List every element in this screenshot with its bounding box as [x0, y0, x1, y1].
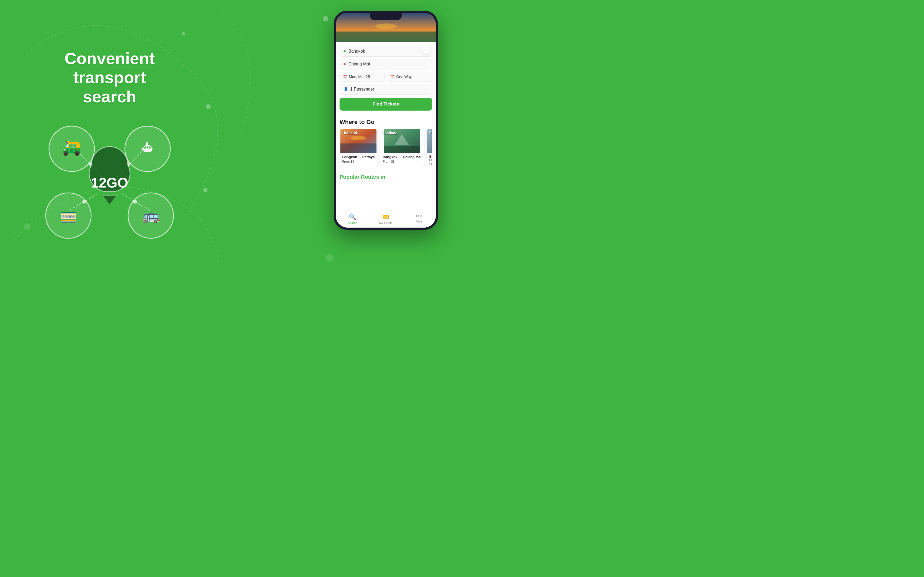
passenger-icon: 👤: [344, 87, 348, 91]
destination-cards-row: Thailand Bangkok → Pattaya From $5: [339, 129, 432, 168]
card-image-1: Thailand: [339, 129, 377, 153]
tickets-nav-icon: 🎫: [382, 213, 389, 221]
trip-type-value: One Way: [396, 74, 412, 79]
svg-marker-16: [103, 195, 116, 205]
where-to-go-section: Where to Go: [336, 114, 436, 170]
svg-text:🛺: 🛺: [62, 139, 81, 156]
card-route-3: Ban → Ph...: [430, 155, 432, 161]
passengers-value: 1 Passenger: [350, 87, 374, 92]
date-value: Mon, Mar 25: [349, 74, 370, 79]
nav-search-label: Search: [348, 221, 357, 224]
destination-input[interactable]: Chiang Mai: [339, 59, 432, 69]
card-route-2: Bangkok → Chiang Mai: [383, 155, 421, 159]
card-price-1: From $5: [342, 160, 375, 163]
phone-hero-image: [336, 13, 436, 42]
destination-value: Chiang Mai: [348, 62, 370, 66]
search-nav-icon: 🔍: [349, 213, 356, 221]
origin-dot-icon: [344, 50, 346, 52]
date-row: 📅 Mon, Mar 25 📅 One Way: [339, 72, 432, 82]
card-country-3: Tha: [429, 131, 432, 134]
svg-point-22: [350, 136, 366, 140]
card-body-2: Bangkok → Chiang Mai From $8: [380, 153, 424, 166]
left-section: Convenient transport search 🛺 ⛴ 🚃: [0, 0, 219, 288]
trip-type-icon: 📅: [390, 75, 395, 79]
svg-text:12GO: 12GO: [91, 175, 128, 190]
where-to-go-title: Where to Go: [339, 119, 432, 126]
popular-routes-section: Popular Routes in: [336, 170, 436, 211]
right-section: Bangkok ↕ Chiang Mai 📅 Mon, Mar 25: [334, 5, 446, 283]
card-body-3: Ban → Ph... Fro...: [427, 153, 432, 168]
card-country-1: Thailand: [342, 131, 357, 135]
find-tickets-button[interactable]: Find Tickets: [339, 98, 432, 111]
nav-search[interactable]: 🔍 Search: [336, 213, 369, 224]
dest-card-3[interactable]: Tha Ban → Ph... Fro...: [427, 129, 432, 168]
svg-text:⛴: ⛴: [141, 140, 155, 156]
dest-card-1[interactable]: Thailand Bangkok → Pattaya From $5: [339, 129, 377, 168]
more-nav-icon: •••: [416, 213, 422, 219]
svg-rect-23: [340, 143, 376, 153]
transport-svg: 🛺 ⛴ 🚃 🚌 12GO: [43, 122, 176, 240]
card-country-2: Thailand: [382, 131, 397, 135]
origin-input[interactable]: Bangkok: [339, 46, 432, 56]
passengers-input[interactable]: 👤 1 Passenger: [339, 84, 432, 95]
dest-card-2[interactable]: Thailand Bangkok → Chiang Mai From $8: [380, 129, 424, 168]
swap-icon[interactable]: ↕: [422, 46, 430, 54]
search-form: Bangkok ↕ Chiang Mai 📅 Mon, Mar 25: [336, 42, 436, 114]
phone-screen: Bangkok ↕ Chiang Mai 📅 Mon, Mar 25: [336, 13, 436, 227]
svg-rect-25: [384, 146, 420, 153]
svg-rect-20: [336, 32, 436, 42]
phone-notch: [370, 13, 402, 20]
card-price-2: From $8: [383, 160, 421, 163]
transport-hub-illustration: 🛺 ⛴ 🚃 🚌 12GO: [43, 122, 176, 240]
card-body-1: Bangkok → Pattaya From $5: [339, 153, 377, 166]
nav-more-label: More: [416, 220, 422, 223]
card-image-3: Tha: [427, 129, 432, 153]
nav-tickets-label: My tickets: [380, 221, 393, 224]
nav-my-tickets[interactable]: 🎫 My tickets: [369, 213, 403, 224]
popular-routes-title: Popular Routes in: [339, 174, 432, 180]
trip-type-field[interactable]: 📅 One Way: [387, 72, 432, 82]
card-price-3: Fro...: [430, 162, 432, 165]
bottom-navigation: 🔍 Search 🎫 My tickets ••• More: [336, 211, 436, 227]
date-field[interactable]: 📅 Mon, Mar 25: [339, 72, 385, 82]
svg-text:🚌: 🚌: [142, 207, 160, 224]
calendar-icon: 📅: [343, 75, 347, 79]
card-image-2: Thailand: [380, 129, 424, 153]
phone-frame: Bangkok ↕ Chiang Mai 📅 Mon, Mar 25: [334, 11, 438, 230]
svg-text:🚃: 🚃: [60, 207, 77, 224]
svg-point-19: [375, 24, 396, 29]
nav-more[interactable]: ••• More: [402, 213, 436, 224]
card-route-1: Bangkok → Pattaya: [342, 155, 375, 159]
destination-dot-icon: [344, 63, 346, 65]
origin-value: Bangkok: [348, 49, 365, 54]
headline: Convenient transport search: [35, 49, 184, 106]
